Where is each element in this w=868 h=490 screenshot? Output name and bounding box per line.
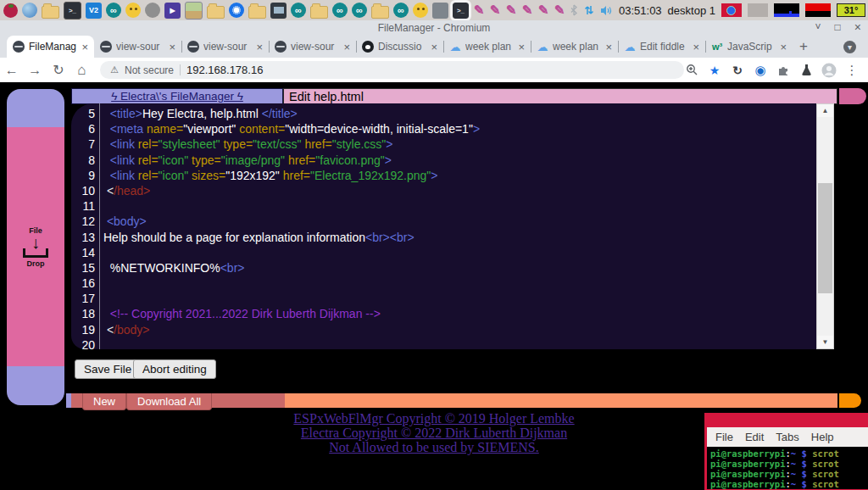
desktop-pager[interactable]: desktop 1 bbox=[668, 4, 715, 17]
folder-window-icon[interactable] bbox=[371, 6, 389, 19]
tab-view-sour[interactable]: view-sour bbox=[269, 36, 356, 58]
save-file-button[interactable]: Save File bbox=[75, 359, 141, 379]
arduino-ide-icon[interactable] bbox=[106, 3, 121, 18]
vnc-viewer-icon[interactable] bbox=[86, 3, 102, 19]
image-viewer-icon[interactable] bbox=[185, 2, 203, 19]
extension-refresh-icon[interactable] bbox=[730, 63, 745, 78]
scrollbar-thumb[interactable] bbox=[818, 183, 832, 293]
web-browser-icon[interactable] bbox=[22, 3, 37, 18]
tab-close-icon[interactable] bbox=[431, 41, 437, 53]
terminal-menu-help[interactable]: Help bbox=[811, 431, 834, 443]
browser-menu-icon[interactable] bbox=[844, 63, 860, 78]
tab-close-icon[interactable] bbox=[81, 41, 88, 53]
tab-view-sour[interactable]: view-sour bbox=[181, 36, 269, 58]
display-icon[interactable] bbox=[270, 3, 287, 19]
tab-close-icon[interactable] bbox=[169, 41, 175, 53]
code-line: <link rel="icon" sizes="192x192" href="E… bbox=[103, 168, 816, 183]
code-textarea[interactable]: <title>Hey Electra, help.html </title> <… bbox=[100, 103, 816, 349]
pencil-icon[interactable] bbox=[554, 3, 565, 19]
flask-icon[interactable] bbox=[798, 63, 814, 78]
folder-window-icon[interactable] bbox=[310, 6, 328, 19]
new-tab-button[interactable] bbox=[793, 36, 815, 58]
terminal-window[interactable]: File Edit Tabs Help pi@raspberrypi:~ $ s… bbox=[704, 413, 868, 490]
terminal-menu-file[interactable]: File bbox=[715, 431, 733, 443]
volume-icon[interactable] bbox=[600, 5, 613, 16]
tab-close-icon[interactable] bbox=[780, 41, 787, 53]
terminal-menu-tabs[interactable]: Tabs bbox=[776, 431, 798, 443]
pencil-icon[interactable] bbox=[505, 3, 517, 19]
tab-discussio[interactable]: Discussio bbox=[356, 36, 443, 58]
terminal-menu-edit[interactable]: Edit bbox=[745, 431, 764, 443]
raspberry-menu-icon[interactable] bbox=[3, 3, 18, 18]
back-button[interactable] bbox=[0, 63, 24, 78]
gimp-icon[interactable] bbox=[145, 3, 160, 18]
extensions-puzzle-icon[interactable] bbox=[776, 63, 791, 78]
tab-close-icon[interactable] bbox=[256, 41, 263, 53]
address-bar[interactable]: Not secure 192.168.178.16 bbox=[100, 61, 684, 79]
camera-tool-icon[interactable] bbox=[432, 3, 448, 19]
bookmark-star-icon[interactable] bbox=[707, 63, 722, 78]
reload-button[interactable] bbox=[47, 62, 70, 78]
mousepad-editor-icon[interactable] bbox=[164, 3, 181, 19]
filemanager-home-link[interactable]: ϟ Electra\'s FileManager ϟ bbox=[111, 90, 243, 103]
tab-filemanag[interactable]: FileManag bbox=[7, 36, 94, 58]
home-button[interactable] bbox=[70, 62, 94, 79]
smiley-app-icon[interactable] bbox=[125, 3, 141, 18]
profile-avatar-icon[interactable] bbox=[821, 63, 837, 78]
edit-title: Edit help.html bbox=[289, 90, 364, 103]
tab-label: Edit fiddle bbox=[640, 41, 688, 53]
cpu-monitor-indicator[interactable] bbox=[721, 3, 742, 17]
arduino-window-icon[interactable] bbox=[332, 3, 348, 18]
file-drop-zone[interactable]: File Drop bbox=[7, 127, 64, 366]
tab-close-icon[interactable] bbox=[693, 41, 699, 53]
folder-window-icon[interactable] bbox=[207, 6, 225, 19]
pencil-icon[interactable] bbox=[521, 3, 533, 19]
omnibox-divider bbox=[180, 64, 181, 75]
tab-edit-fiddle[interactable]: Edit fiddle bbox=[618, 36, 705, 58]
minimize-button[interactable] bbox=[815, 21, 821, 33]
globe-dark-icon bbox=[275, 41, 287, 53]
tab-search-button[interactable] bbox=[843, 41, 856, 53]
terminal-launcher-icon[interactable] bbox=[64, 2, 81, 19]
editor-scrollbar[interactable] bbox=[816, 103, 834, 349]
maximize-button[interactable] bbox=[835, 21, 841, 33]
arduino-window-icon[interactable] bbox=[352, 3, 367, 18]
scroll-down-arrow[interactable] bbox=[817, 336, 833, 348]
bluetooth-icon[interactable] bbox=[570, 4, 578, 16]
chromium-icon[interactable] bbox=[229, 3, 244, 18]
tab-close-icon[interactable] bbox=[518, 41, 525, 53]
download-all-button[interactable]: Download All bbox=[126, 393, 212, 410]
forward-button[interactable] bbox=[24, 63, 47, 78]
zoom-icon[interactable] bbox=[684, 63, 699, 78]
tab-javascrip[interactable]: JavaScrip bbox=[705, 36, 793, 58]
network-arrows-icon[interactable] bbox=[584, 4, 594, 16]
arduino-window-icon[interactable] bbox=[291, 3, 306, 18]
code-editor[interactable]: 567891011121314151617181920 <title>Hey E… bbox=[71, 103, 816, 349]
terminal-titlebar[interactable] bbox=[707, 413, 868, 427]
not-secure-icon[interactable] bbox=[110, 64, 119, 75]
line-number: 10 bbox=[71, 183, 95, 198]
pencil-icon[interactable] bbox=[489, 3, 501, 19]
tab-view-sour[interactable]: view-sour bbox=[94, 36, 181, 58]
tab-week-plan[interactable]: week plan bbox=[531, 36, 618, 58]
tab-label: view-sour bbox=[203, 41, 252, 53]
terminal-output[interactable]: pi@raspberrypi:~ $ scrotpi@raspberrypi:~… bbox=[707, 447, 868, 489]
cpu-graph-indicator[interactable] bbox=[774, 3, 799, 17]
pencil-icon[interactable] bbox=[537, 3, 549, 19]
tab-close-icon[interactable] bbox=[605, 41, 612, 53]
pencil-icon[interactable] bbox=[473, 3, 485, 19]
tab-week-plan[interactable]: week plan bbox=[443, 36, 531, 58]
new-file-button[interactable]: New bbox=[82, 393, 126, 410]
extension-blue-icon[interactable] bbox=[753, 63, 768, 78]
tab-close-icon[interactable] bbox=[343, 41, 350, 53]
abort-editing-button[interactable]: Abort editing bbox=[133, 359, 216, 379]
close-window-button[interactable] bbox=[854, 20, 861, 34]
folder-window-icon[interactable] bbox=[248, 6, 266, 19]
file-manager-icon[interactable] bbox=[42, 6, 59, 19]
url-text[interactable]: 192.168.178.16 bbox=[186, 64, 263, 76]
smiley-app-icon[interactable] bbox=[413, 3, 428, 18]
clock[interactable]: 03:51:03 bbox=[619, 4, 662, 17]
terminal-active-icon[interactable] bbox=[453, 3, 469, 19]
arduino-window-icon[interactable] bbox=[393, 3, 409, 18]
scroll-up-arrow[interactable] bbox=[817, 104, 833, 117]
